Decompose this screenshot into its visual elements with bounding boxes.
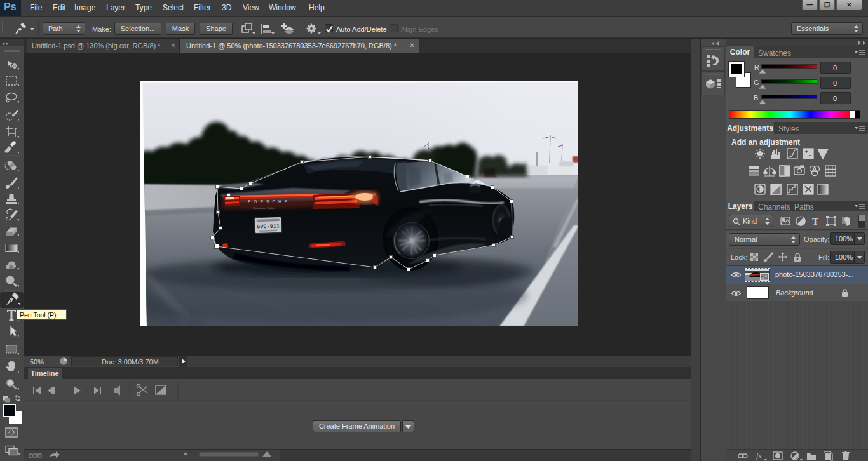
svg-text:Panamera Turbo: Panamera Turbo bbox=[252, 206, 275, 210]
svg-text:GVC·911: GVC·911 bbox=[257, 223, 280, 230]
svg-text:T: T bbox=[812, 217, 818, 227]
svg-text:fx: fx bbox=[756, 451, 762, 460]
svg-text:PORSCHE: PORSCHE bbox=[248, 199, 290, 204]
